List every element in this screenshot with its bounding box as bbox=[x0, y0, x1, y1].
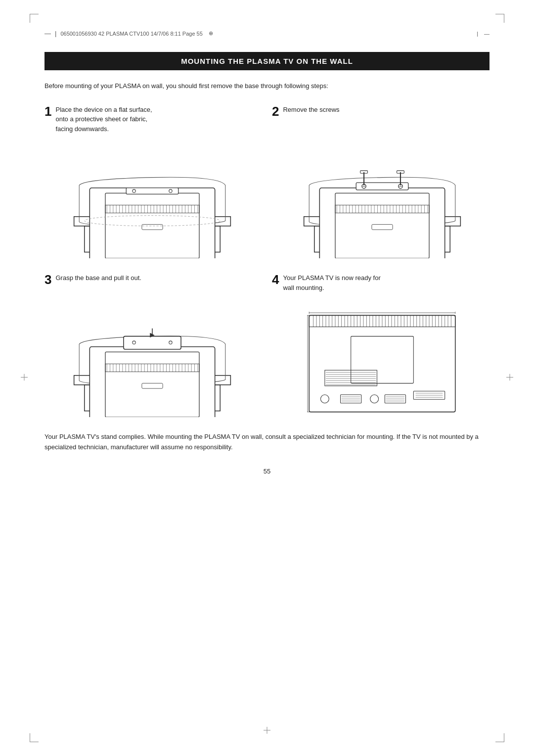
diagram-1-box bbox=[44, 143, 260, 258]
diagram-4-box bbox=[274, 302, 490, 417]
crosshair-bottom bbox=[264, 727, 270, 735]
svg-rect-43 bbox=[126, 188, 178, 194]
print-header-text: 065001056930 42 PLASMA CTV100 14/7/06 8:… bbox=[60, 31, 202, 37]
svg-rect-130 bbox=[123, 336, 180, 349]
svg-rect-97 bbox=[105, 352, 199, 417]
intro-text: Before mounting of your PLASMA on wall, … bbox=[44, 81, 490, 91]
diagram-4 bbox=[288, 302, 476, 417]
crosshair-left bbox=[21, 374, 28, 382]
step-2-header: 2 Remove the screws bbox=[272, 105, 490, 139]
page: — | 065001056930 42 PLASMA CTV100 14/7/0… bbox=[0, 0, 534, 756]
step-3-number: 3 bbox=[44, 273, 51, 286]
step-3-text: Grasp the base and pull it out. bbox=[55, 273, 141, 283]
step-3-header: 3 Grasp the base and pull it out. bbox=[44, 273, 272, 297]
svg-rect-10 bbox=[105, 193, 199, 258]
diagram-1 bbox=[58, 143, 246, 258]
crosshair-right bbox=[506, 374, 513, 382]
images-row-1 bbox=[44, 143, 490, 258]
step-1-header: 1 Place the device on a flat surface, on… bbox=[44, 105, 272, 139]
section-title: MOUNTING THE PLASMA TV ON THE WALL bbox=[181, 57, 353, 65]
steps-row-bottom: 3 Grasp the base and pull it out. 4 Your… bbox=[44, 273, 490, 297]
step-1-text: Place the device on a flat surface, onto… bbox=[55, 105, 164, 134]
diagram-2-box bbox=[274, 143, 490, 258]
print-header: — | 065001056930 42 PLASMA CTV100 14/7/0… bbox=[44, 30, 490, 37]
step-1-number: 1 bbox=[44, 105, 51, 118]
step-2-number: 2 bbox=[272, 105, 279, 118]
images-row-2 bbox=[44, 302, 490, 417]
step-4-text: Your PLASMA TV is now ready for wall mou… bbox=[283, 273, 392, 292]
steps-row-top: 1 Place the device on a flat surface, on… bbox=[44, 105, 490, 139]
footer-note: Your PLASMA TV's stand complies. While m… bbox=[44, 432, 490, 453]
step-4-number: 4 bbox=[272, 273, 279, 286]
diagram-3-box bbox=[44, 302, 260, 417]
diagram-2 bbox=[288, 143, 476, 258]
step-2-text: Remove the screws bbox=[283, 105, 339, 115]
section-header: MOUNTING THE PLASMA TV ON THE WALL bbox=[44, 52, 490, 70]
page-number: 55 bbox=[44, 468, 490, 475]
diagram-3 bbox=[58, 302, 246, 417]
step-4-header: 4 Your PLASMA TV is now ready for wall m… bbox=[272, 273, 490, 297]
svg-rect-51 bbox=[335, 193, 429, 258]
